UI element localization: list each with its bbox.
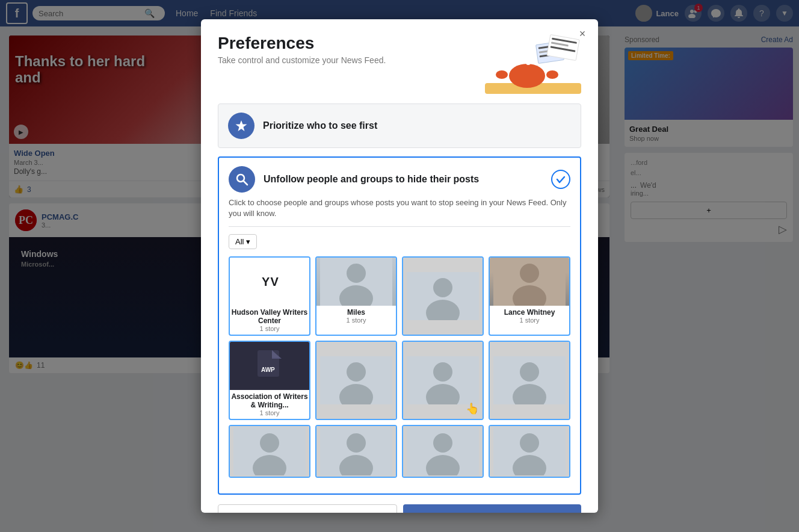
person-name-miles: Miles <box>316 306 396 317</box>
eile-avatar <box>490 342 569 388</box>
person-card-miles[interactable]: Miles 1 story <box>315 256 397 336</box>
modal-title: Preferences <box>218 34 485 53</box>
crab-body <box>509 64 545 88</box>
svg-point-24 <box>433 362 452 382</box>
search-icon-circle <box>229 166 255 193</box>
person-name-lance: Lance Whitney <box>490 306 569 317</box>
person-grid: Y V Hudson Valley Writers Center 1 story <box>229 256 570 388</box>
unfollow-title: Unfollow people and groups to hide their… <box>264 174 479 185</box>
person-card-robert[interactable]: Robert 1 story <box>315 341 397 388</box>
person-name-eliz: Eliz <box>403 335 483 336</box>
star-icon-circle <box>228 113 255 139</box>
unfollow-header: Unfollow people and groups to hide their… <box>229 166 570 193</box>
svg-point-12 <box>433 278 452 297</box>
robert-avatar <box>316 342 396 388</box>
preferences-modal: × Preferences Take control and customize… <box>201 19 598 388</box>
modal-body: Prioritize who to see first Unfollow peo… <box>201 94 598 388</box>
rufus-avatar: 👆 <box>403 342 483 388</box>
unfollow-section: Unfollow people and groups to hide their… <box>218 156 581 388</box>
filter-button[interactable]: All ▾ <box>229 234 257 249</box>
miles-avatar <box>316 258 396 306</box>
crab-eye-right <box>526 60 531 65</box>
svg-point-15 <box>520 264 539 283</box>
crab-claw-left <box>496 70 508 79</box>
lance-avatar <box>490 258 569 306</box>
person-card-rufus[interactable]: 👆 Rufus Firefly Unfollowed <box>402 341 484 388</box>
eliz-avatar <box>403 258 483 335</box>
person-card-awp[interactable]: AWP Association of Writers & Writing... … <box>229 341 310 388</box>
person-card-hv[interactable]: Y V Hudson Valley Writers Center 1 story <box>229 256 310 336</box>
filter-row: All ▾ <box>229 234 570 249</box>
filter-arrow-icon: ▾ <box>246 237 250 246</box>
modal-illustration <box>485 34 581 94</box>
person-card-eliz[interactable]: Eliz 1 story <box>402 256 484 336</box>
svg-point-27 <box>520 362 539 382</box>
svg-marker-5 <box>236 120 247 131</box>
person-name-hv: Hudson Valley Writers Center <box>230 306 309 325</box>
modal-header: Preferences Take control and customize y… <box>201 19 598 94</box>
person-stories-miles: 1 story <box>316 317 396 326</box>
crab-claw-right <box>546 70 558 79</box>
unfollow-desc: Click to choose people and groups whose … <box>229 197 570 219</box>
modal-subtitle: Take control and customize your News Fee… <box>218 55 485 65</box>
prioritize-row[interactable]: Prioritize who to see first <box>218 104 581 148</box>
crab-eye-left <box>516 60 521 65</box>
person-card-eile[interactable]: Eile Unfollowed <box>489 341 570 388</box>
svg-point-21 <box>347 362 366 382</box>
awp-avatar: AWP <box>230 342 309 388</box>
svg-line-7 <box>244 181 247 185</box>
divider <box>229 226 570 227</box>
check-icon <box>551 170 570 189</box>
svg-point-9 <box>347 264 366 283</box>
filter-label: All <box>235 237 244 246</box>
person-stories-lance: 1 story <box>490 317 569 326</box>
hv-avatar: Y V <box>230 258 309 306</box>
modal-overlay: × Preferences Take control and customize… <box>0 0 799 388</box>
svg-text:AWP: AWP <box>261 367 275 373</box>
modal-title-area: Preferences Take control and customize y… <box>218 34 485 65</box>
person-card-lance[interactable]: Lance Whitney 1 story <box>489 256 570 336</box>
person-stories-hv: 1 story <box>230 325 309 335</box>
prioritize-label: Prioritize who to see first <box>263 120 377 131</box>
